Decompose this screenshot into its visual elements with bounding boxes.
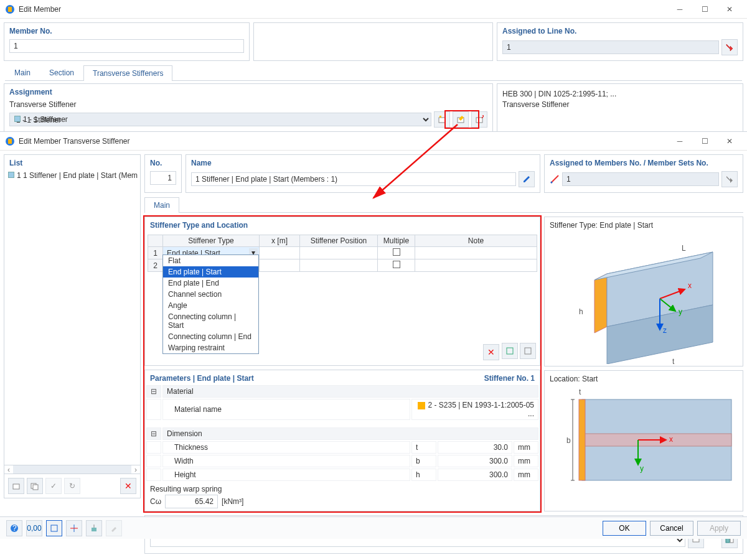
outer-titlebar: Edit Member ─ ☐ ✕ <box>0 0 747 19</box>
opt-channel-section[interactable]: Channel section <box>163 289 258 300</box>
parameters-grid[interactable]: ⊟Material Material name2 - S235 | EN 199… <box>145 384 540 482</box>
list-item[interactable]: 1 1 Stiffener | End plate | Start (Mem <box>4 170 140 181</box>
view3-button[interactable] <box>86 520 102 536</box>
stiffener-select[interactable]: 1 - 1 Stiffener <box>9 113 431 126</box>
spacer-panel <box>253 22 493 61</box>
svg-rect-15 <box>507 348 513 354</box>
svg-text:?: ? <box>12 524 17 533</box>
assigned-members-panel: Assigned to Members No. / Member Sets No… <box>544 154 743 193</box>
opt-connecting-column-start[interactable]: Connecting column | Start <box>163 311 258 331</box>
thickness-value[interactable]: 30.0 <box>438 441 512 454</box>
tab-main-inner[interactable]: Main <box>144 197 179 213</box>
close-button[interactable]: ✕ <box>717 1 742 18</box>
col-position: Stiffener Position <box>300 235 378 247</box>
scroll-left[interactable]: ‹ <box>4 465 13 474</box>
list-delete-button[interactable]: ✕ <box>120 478 136 494</box>
svg-text:y: y <box>640 464 644 473</box>
minimize-button[interactable]: ─ <box>667 133 692 150</box>
width-value[interactable]: 300.0 <box>438 455 512 467</box>
pick-members-button[interactable] <box>721 171 738 187</box>
tab-section[interactable]: Section <box>40 65 83 80</box>
ok-button[interactable]: OK <box>603 521 646 536</box>
tab-transverse-stiffeners[interactable]: Transverse Stiffeners <box>83 65 172 81</box>
svg-text:L: L <box>682 244 686 253</box>
outer-tabstrip: Main Section Transverse Stiffeners <box>5 65 742 81</box>
view2-button[interactable] <box>66 520 82 536</box>
list-panel: List 1 1 Stiffener | End plate | Start (… <box>4 154 141 498</box>
scroll-right[interactable]: › <box>131 465 140 474</box>
opt-connecting-column-end[interactable]: Connecting column | End <box>163 331 258 342</box>
col-note: Note <box>415 235 537 247</box>
member-no-input[interactable] <box>9 39 244 53</box>
material-value[interactable]: 2 - S235 | EN 1993-1-1:2005-05 ... <box>428 401 534 418</box>
tool-button[interactable] <box>106 520 122 536</box>
close-button[interactable]: ✕ <box>717 133 742 150</box>
svg-text:b: b <box>566 436 571 445</box>
list-sync-button[interactable]: ↻ <box>64 478 80 494</box>
app-icon <box>5 136 15 146</box>
edit-name-button[interactable] <box>519 171 535 187</box>
apply-button[interactable]: Apply <box>697 521 741 536</box>
assignment-panel: Assignment Transverse Stiffener 1 - 1 St… <box>4 83 493 133</box>
new-stiffener-button[interactable]: * <box>434 111 450 128</box>
cancel-button[interactable]: Cancel <box>650 521 693 536</box>
inner-dialog: Edit Member Transverse Stiffener ─ ☐ ✕ L… <box>0 131 747 539</box>
svg-text:y: y <box>679 307 682 316</box>
material-name-label: Material name <box>162 399 410 420</box>
name-panel: Name <box>186 154 540 193</box>
inner-window-title: Edit Member Transverse Stiffener <box>19 137 667 146</box>
multiple-checkbox[interactable] <box>393 248 400 256</box>
minimize-button[interactable]: ─ <box>667 1 692 18</box>
name-label: Name <box>186 155 540 170</box>
member-no-panel: Member No. <box>4 22 250 61</box>
no-input[interactable] <box>150 171 176 185</box>
name-input[interactable] <box>191 172 516 186</box>
collapse-icon[interactable]: ⊟ <box>146 385 161 398</box>
assignment-header: Assignment <box>4 84 492 99</box>
svg-text:z: z <box>663 326 667 335</box>
grid-action1-button[interactable] <box>502 343 518 359</box>
delete-stiffener-button[interactable]: ✕ <box>471 111 487 128</box>
pick-line-button[interactable] <box>721 39 738 55</box>
warp-spring-symbol: Cω <box>150 497 161 506</box>
hscrollbar[interactable] <box>13 465 131 474</box>
app-icon <box>5 4 15 14</box>
type-dropdown-list[interactable]: Flat End plate | Start End plate | End C… <box>162 254 259 354</box>
list-copy-button[interactable] <box>27 478 43 494</box>
stiffener-info-line: Transverse Stiffener <box>502 100 738 110</box>
multiple-checkbox[interactable] <box>393 261 400 268</box>
member-no-label: Member No. <box>4 23 249 38</box>
opt-warping-restraint[interactable]: Warping restraint <box>163 342 258 353</box>
list-check-button[interactable]: ✓ <box>45 478 62 494</box>
preview-type-label: Stiffener Type: End plate | Start <box>545 217 743 233</box>
svg-rect-16 <box>525 348 531 354</box>
svg-text:✕: ✕ <box>481 115 484 121</box>
svg-rect-12 <box>33 485 38 490</box>
assigned-line-input[interactable] <box>502 40 719 54</box>
assigned-members-input[interactable] <box>562 172 719 186</box>
preview-2d-diagram: x y b t <box>545 387 738 493</box>
svg-rect-1 <box>8 7 12 12</box>
view1-button[interactable] <box>46 520 62 536</box>
units-button[interactable]: 0,00 <box>26 520 42 536</box>
type-location-header: Stiffener Type and Location <box>145 217 540 232</box>
maximize-button[interactable]: ☐ <box>692 133 717 150</box>
list-new-button[interactable]: * <box>8 478 24 494</box>
collapse-icon[interactable]: ⊟ <box>146 427 161 440</box>
list-header: List <box>4 155 140 170</box>
edit-stiffener-button[interactable] <box>453 111 469 128</box>
transverse-stiffener-label: Transverse Stiffener <box>9 100 487 109</box>
help-button[interactable]: ? <box>6 520 22 536</box>
opt-flat[interactable]: Flat <box>163 255 258 266</box>
assigned-members-label: Assigned to Members No. / Member Sets No… <box>545 155 743 170</box>
grid-delete-button[interactable]: ✕ <box>483 344 499 360</box>
height-value[interactable]: 300.0 <box>438 469 512 481</box>
tab-main[interactable]: Main <box>5 65 40 80</box>
assigned-line-panel: Assigned to Line No. <box>497 22 743 61</box>
opt-end-plate-start[interactable]: End plate | Start <box>163 266 258 278</box>
grid-action2-button[interactable] <box>520 343 536 359</box>
opt-end-plate-end[interactable]: End plate | End <box>163 278 258 289</box>
warp-spring-label: Resulting warp spring <box>150 485 535 493</box>
opt-angle[interactable]: Angle <box>163 300 258 311</box>
maximize-button[interactable]: ☐ <box>692 1 717 18</box>
